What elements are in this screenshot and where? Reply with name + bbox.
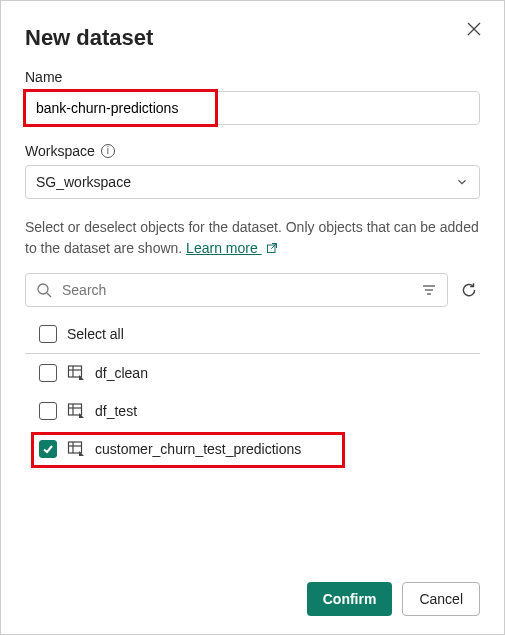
select-all-label: Select all: [67, 326, 124, 342]
workspace-label: Workspace i: [25, 143, 480, 159]
select-all-checkbox[interactable]: [39, 325, 57, 343]
search-box[interactable]: [25, 273, 448, 307]
info-icon[interactable]: i: [101, 144, 115, 158]
close-icon: [466, 21, 482, 37]
dialog-footer: Confirm Cancel: [307, 582, 480, 616]
chevron-down-icon: [455, 175, 469, 189]
name-label: Name: [25, 69, 480, 85]
object-list: Select all df_clean df_test: [25, 317, 480, 468]
cancel-button[interactable]: Cancel: [402, 582, 480, 616]
workspace-dropdown[interactable]: SG_workspace: [25, 165, 480, 199]
table-icon: [67, 402, 85, 420]
svg-rect-13: [69, 404, 82, 415]
check-icon: [42, 443, 54, 455]
dialog-title: New dataset: [25, 25, 480, 51]
list-item[interactable]: df_clean: [25, 354, 480, 392]
name-input[interactable]: [25, 91, 480, 125]
item-checkbox[interactable]: [39, 440, 57, 458]
refresh-icon: [460, 281, 478, 299]
helper-text: Select or deselect objects for the datas…: [25, 217, 480, 259]
item-checkbox[interactable]: [39, 402, 57, 420]
refresh-button[interactable]: [458, 279, 480, 301]
list-item[interactable]: customer_churn_test_predictions: [25, 430, 480, 468]
search-icon: [36, 282, 52, 298]
svg-line-5: [47, 293, 51, 297]
svg-point-4: [38, 284, 48, 294]
table-icon: [67, 440, 85, 458]
svg-rect-9: [69, 366, 82, 377]
table-icon: [67, 364, 85, 382]
item-checkbox[interactable]: [39, 364, 57, 382]
item-label: df_test: [95, 403, 137, 419]
svg-rect-17: [69, 442, 82, 453]
learn-more-link[interactable]: Learn more: [186, 240, 277, 256]
item-label: df_clean: [95, 365, 148, 381]
list-item[interactable]: df_test: [25, 392, 480, 430]
filter-icon[interactable]: [421, 282, 437, 298]
select-all-row[interactable]: Select all: [25, 317, 480, 354]
item-label: customer_churn_test_predictions: [95, 441, 301, 457]
svg-line-3: [271, 244, 276, 249]
close-button[interactable]: [464, 19, 484, 39]
confirm-button[interactable]: Confirm: [307, 582, 393, 616]
external-link-icon: [266, 242, 278, 254]
learn-more-text: Learn more: [186, 240, 261, 256]
search-input[interactable]: [60, 281, 413, 299]
workspace-value: SG_workspace: [36, 174, 131, 190]
workspace-label-text: Workspace: [25, 143, 95, 159]
